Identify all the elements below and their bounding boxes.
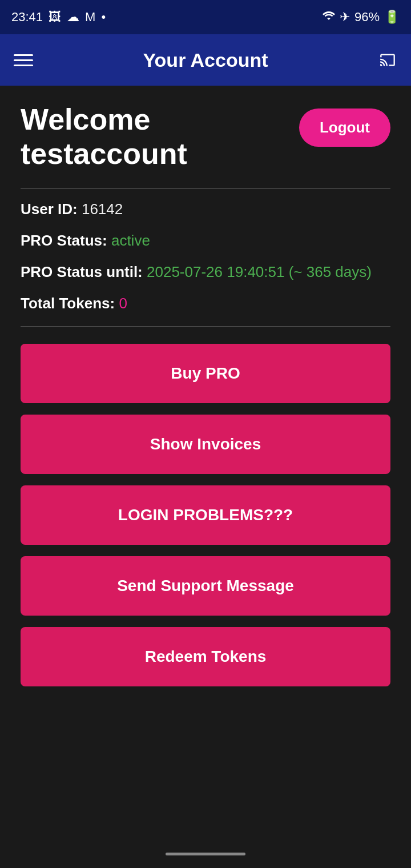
- total-tokens-row: Total Tokens: 0: [21, 295, 390, 312]
- pro-status-row: PRO Status: active: [21, 232, 390, 250]
- action-buttons: Buy PRO Show Invoices LOGIN PROBLEMS??? …: [21, 344, 390, 686]
- show-invoices-button[interactable]: Show Invoices: [21, 415, 390, 474]
- menu-button[interactable]: [14, 54, 33, 66]
- pro-status-value: active: [111, 232, 150, 249]
- total-tokens-label: Total Tokens:: [21, 295, 115, 312]
- user-id-label: User ID:: [21, 200, 78, 218]
- pro-until-value: 2025-07-26 19:40:51 (~ 365 days): [147, 263, 372, 280]
- divider-top: [21, 188, 390, 189]
- welcome-text: Welcome testaccount: [21, 103, 187, 171]
- user-info-section: User ID: 16142 PRO Status: active PRO St…: [21, 200, 390, 312]
- welcome-section: Welcome testaccount Logout: [21, 103, 390, 171]
- redeem-tokens-button[interactable]: Redeem Tokens: [21, 627, 390, 686]
- dot-indicator: •: [101, 10, 106, 25]
- nav-bar: [0, 839, 411, 868]
- cloud-icon: ☁: [67, 10, 79, 25]
- photo-icon: 🖼: [49, 10, 61, 25]
- battery-icon: 🔋: [384, 10, 400, 25]
- status-time: 23:41: [11, 10, 43, 25]
- total-tokens-value: 0: [119, 295, 127, 312]
- battery-percentage: 96%: [354, 10, 380, 25]
- airplane-icon: ✈: [340, 10, 350, 25]
- greeting-label: Welcome: [21, 103, 187, 137]
- user-id-value: 16142: [82, 200, 123, 218]
- mail-icon: M: [85, 10, 95, 25]
- pro-until-row: PRO Status until: 2025-07-26 19:40:51 (~…: [21, 263, 390, 281]
- pro-status-label: PRO Status:: [21, 232, 107, 249]
- app-bar: Your Account: [0, 34, 411, 86]
- status-bar: 23:41 🖼 ☁ M • ✈ 96% 🔋: [0, 0, 411, 34]
- send-support-button[interactable]: Send Support Message: [21, 556, 390, 616]
- cast-button[interactable]: [378, 52, 397, 68]
- logout-button[interactable]: Logout: [299, 108, 390, 147]
- status-left: 23:41 🖼 ☁ M •: [11, 10, 106, 25]
- wifi-icon: [323, 10, 335, 25]
- nav-indicator: [166, 853, 245, 855]
- main-content: Welcome testaccount Logout User ID: 1614…: [0, 86, 411, 704]
- username-label: testaccount: [21, 137, 187, 171]
- pro-until-label: PRO Status until:: [21, 263, 143, 280]
- login-problems-button[interactable]: LOGIN PROBLEMS???: [21, 485, 390, 545]
- user-id-row: User ID: 16142: [21, 200, 390, 218]
- status-right: ✈ 96% 🔋: [323, 10, 400, 25]
- page-title: Your Account: [143, 49, 268, 71]
- buy-pro-button[interactable]: Buy PRO: [21, 344, 390, 403]
- divider-bottom: [21, 326, 390, 327]
